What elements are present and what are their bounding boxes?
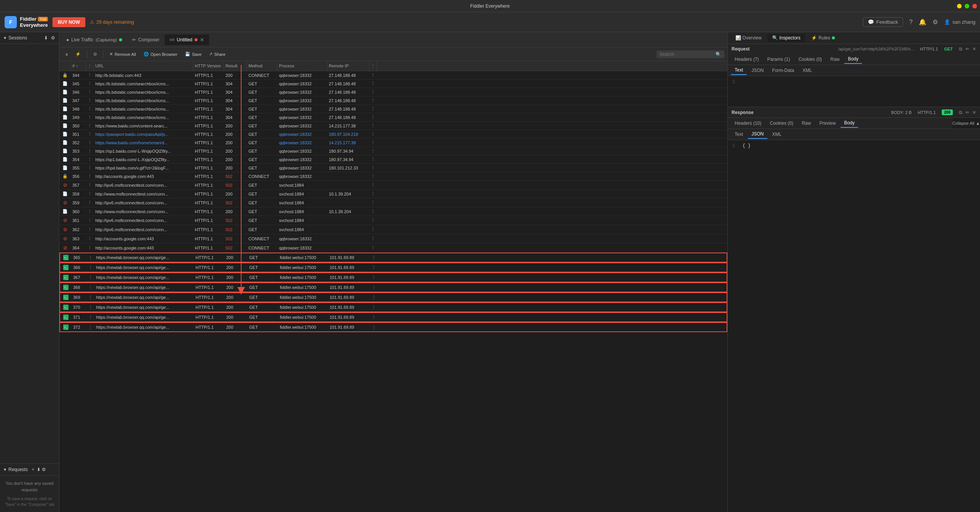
row-menu[interactable]: ⋮ (370, 293, 378, 302)
help-icon[interactable]: ? (909, 19, 913, 26)
edit-response-icon[interactable]: ✏ (965, 110, 969, 115)
table-row[interactable]: ⊘ 357 ⋮ http://ipv6.msftconnecttest.com/… (59, 181, 727, 190)
table-row[interactable]: 📄 349 ⋮ https://b.bdstatic.com/searchbox… (59, 113, 727, 122)
table-row[interactable]: >_ 370 ⋮ https://newtab.browser.qq.com/a… (59, 302, 727, 312)
response-sub-tab-headers[interactable]: Headers (10) (731, 119, 765, 127)
requests-download-icon[interactable]: ⬇ (37, 467, 41, 472)
row-menu[interactable]: ⋮ (369, 122, 377, 130)
table-row[interactable]: 📄 355 ⋮ https://hpd.baidu.com/v.gif?ct=2… (59, 164, 727, 172)
row-menu[interactable]: ⋮ (370, 263, 378, 272)
table-row[interactable]: 🔒 344 ⋮ http://b.bdstatic.com:443 HTTP/1… (59, 71, 727, 80)
row-options[interactable]: ⋮ (86, 198, 94, 207)
row-menu[interactable]: ⋮ (369, 225, 377, 234)
request-body-text[interactable]: Text (731, 66, 747, 75)
response-body-xml[interactable]: XML (768, 130, 786, 139)
add-request-button[interactable]: + (32, 467, 34, 472)
table-row[interactable]: ⊘ 364 ⋮ http://accounts.google.com:443 H… (59, 243, 727, 253)
table-row[interactable]: >_ 365 ⋮ https://newtab.browser.qq.com/a… (59, 253, 727, 263)
row-menu[interactable]: ⋮ (369, 207, 377, 215)
copy-response-icon[interactable]: ⧉ (959, 110, 962, 115)
close-request-icon[interactable]: ✕ (972, 46, 976, 52)
table-row[interactable]: 📄 350 ⋮ https://www.baidu.com/content-se… (59, 122, 727, 130)
response-body-json[interactable]: JSON (748, 130, 768, 139)
collapse-sessions-icon[interactable]: ▾ (4, 35, 6, 41)
row-options[interactable]: ⋮ (87, 263, 95, 272)
response-sub-tab-cookies[interactable]: Cookies (0) (766, 119, 797, 127)
row-menu[interactable]: ⋮ (369, 243, 377, 252)
row-options[interactable]: ⋮ (87, 323, 95, 331)
row-options[interactable]: ⋮ (86, 113, 94, 121)
row-options[interactable]: ⋮ (86, 234, 94, 243)
edit-icon[interactable]: ✏ (965, 46, 969, 52)
table-row[interactable]: >_ 369 ⋮ https://newtab.browser.qq.com/a… (59, 292, 727, 302)
row-options[interactable]: ⋮ (86, 71, 94, 79)
row-options[interactable]: ⋮ (86, 243, 94, 252)
row-menu[interactable]: ⋮ (369, 80, 377, 88)
request-sub-tab-body[interactable]: Body (844, 55, 862, 64)
response-sub-tab-raw[interactable]: Raw (798, 119, 815, 127)
response-sub-tab-preview[interactable]: Preview (815, 119, 840, 127)
settings-icon[interactable]: ⚙ (933, 18, 938, 26)
row-options[interactable]: ⋮ (86, 80, 94, 88)
row-menu[interactable]: ⋮ (370, 273, 378, 282)
row-menu[interactable]: ⋮ (369, 71, 377, 79)
row-menu[interactable]: ⋮ (370, 313, 378, 321)
close-button[interactable] (972, 4, 977, 8)
table-row[interactable]: 📄 345 ⋮ https://b.bdstatic.com/searchbox… (59, 80, 727, 88)
minimize-button[interactable] (957, 4, 962, 8)
tab-composer[interactable]: ✏ Composer (127, 35, 164, 45)
table-row[interactable]: 📄 352 ⋮ https://www.baidu.com/home/xman/… (59, 139, 727, 147)
table-row[interactable]: 🔒 356 ⋮ http://accounts.google.com:443 H… (59, 172, 727, 181)
row-options[interactable]: ⋮ (86, 181, 94, 189)
remove-all-button[interactable]: ✕ Remove All (106, 50, 139, 58)
tab-inspectors[interactable]: 🔍 Inspectors (768, 34, 805, 42)
row-options[interactable]: ⋮ (86, 155, 94, 163)
close-response-icon[interactable]: ✕ (972, 110, 976, 115)
request-sub-tab-cookies[interactable]: Cookies (0) (795, 55, 826, 64)
sessions-settings-icon[interactable]: ⚙ (51, 35, 55, 41)
row-menu[interactable]: ⋮ (369, 88, 377, 96)
row-menu[interactable]: ⋮ (369, 155, 377, 163)
request-sub-tab-raw[interactable]: Raw (826, 55, 843, 64)
row-menu[interactable]: ⋮ (369, 147, 377, 155)
row-options[interactable]: ⋮ (87, 253, 95, 262)
collapse-requests-icon[interactable]: ▾ (4, 467, 6, 472)
maximize-button[interactable] (965, 4, 969, 8)
row-options[interactable]: ⋮ (87, 303, 95, 311)
open-browser-button[interactable]: 🌐 Open Browser (140, 50, 180, 58)
row-options[interactable]: ⋮ (87, 293, 95, 302)
share-button[interactable]: ↗ Share (206, 50, 228, 58)
search-input[interactable] (660, 52, 713, 57)
row-options[interactable]: ⋮ (86, 207, 94, 215)
table-row[interactable]: 📄 354 ⋮ https://sp1.baidu.com/-L-XsjipOQ… (59, 155, 727, 164)
row-menu[interactable]: ⋮ (369, 105, 377, 113)
table-row[interactable]: 📄 353 ⋮ https://sp1.baidu.com/-L-WsjipOQ… (59, 147, 727, 155)
user-menu-button[interactable]: 👤 san zhang (944, 19, 975, 25)
copy-icon[interactable]: ⧉ (959, 46, 962, 52)
row-options[interactable]: ⋮ (87, 273, 95, 282)
row-menu[interactable]: ⋮ (369, 96, 377, 104)
row-options[interactable]: ⋮ (86, 216, 94, 225)
table-row[interactable]: >_ 368 ⋮ https://newtab.browser.qq.com/a… (59, 282, 727, 292)
row-menu[interactable]: ⋮ (369, 190, 377, 198)
response-body-text[interactable]: Text (731, 130, 747, 139)
row-menu[interactable]: ⋮ (369, 172, 377, 180)
table-row[interactable]: >_ 371 ⋮ https://newtab.browser.qq.com/a… (59, 312, 727, 322)
target-button[interactable]: ⊙ (90, 50, 100, 58)
table-row[interactable]: >_ 372 ⋮ https://newtab.browser.qq.com/a… (59, 322, 727, 332)
requests-settings-icon[interactable]: ⚙ (42, 467, 46, 472)
row-menu[interactable]: ⋮ (369, 113, 377, 121)
row-menu[interactable]: ⋮ (369, 164, 377, 172)
row-options[interactable]: ⋮ (87, 313, 95, 321)
request-sub-tab-params[interactable]: Params (1) (763, 55, 794, 64)
request-sub-tab-headers[interactable]: Headers (7) (731, 55, 763, 64)
request-body-json[interactable]: JSON (748, 66, 768, 75)
row-options[interactable]: ⋮ (86, 88, 94, 96)
table-row[interactable]: ⊘ 359 ⋮ http://ipv6.msftconnecttest.com/… (59, 198, 727, 207)
table-row[interactable]: ⊘ 361 ⋮ http://ipv6.msftconnecttest.com/… (59, 216, 727, 225)
buy-now-button[interactable]: BUY NOW (52, 17, 85, 27)
request-body-formdata[interactable]: Form-Data (768, 66, 798, 75)
row-options[interactable]: ⋮ (86, 122, 94, 130)
tab-untitled[interactable]: set Untitled ✕ (165, 34, 209, 45)
table-row[interactable]: >_ 366 ⋮ https://newtab.browser.qq.com/a… (59, 263, 727, 272)
